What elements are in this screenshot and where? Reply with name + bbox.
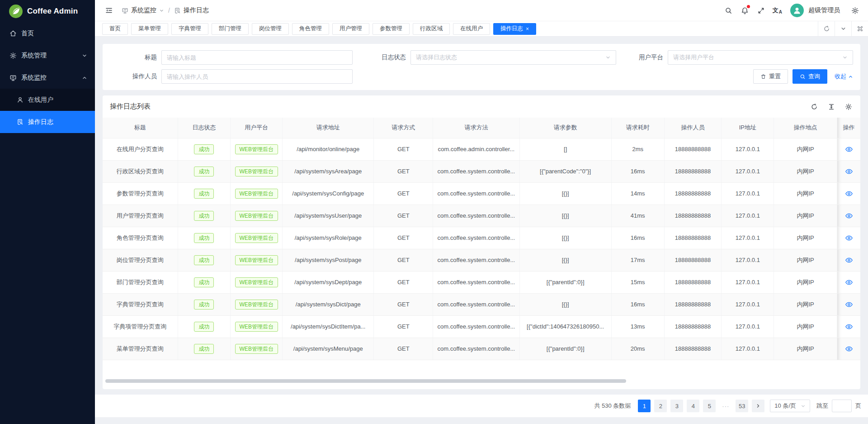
settings-gear-icon[interactable] [848, 4, 862, 17]
tab-在线用户[interactable]: 在线用户 [453, 23, 490, 35]
sidebar-collapse-button[interactable] [102, 4, 116, 17]
table-row: 字典管理分页查询成功WEB管理后台/api/system/sysDict/pag… [103, 293, 860, 315]
cell-ip: 127.0.0.1 [722, 249, 774, 271]
column-header: 请求参数 [519, 118, 611, 138]
tab-用户管理[interactable]: 用户管理 [332, 23, 369, 35]
gear-icon [9, 52, 17, 59]
refresh-icon[interactable] [810, 102, 819, 111]
sidebar-item-online-users[interactable]: 在线用户 [0, 89, 95, 111]
platform-select[interactable]: 请选择用户平台 [668, 50, 853, 65]
cell-status: 成功 [178, 338, 231, 360]
tab-岗位管理[interactable]: 岗位管理 [252, 23, 289, 35]
tab-角色管理[interactable]: 角色管理 [292, 23, 329, 35]
tab-操作日志[interactable]: 操作日志× [493, 23, 536, 35]
user-icon [16, 96, 24, 104]
view-detail-eye-icon[interactable] [845, 234, 853, 242]
jump-page-input[interactable] [832, 400, 852, 412]
view-detail-eye-icon[interactable] [845, 212, 853, 220]
page-button-1[interactable]: 1 [638, 400, 651, 412]
cell-duration: 13ms [611, 315, 664, 338]
view-detail-eye-icon[interactable] [845, 167, 853, 176]
notification-bell-icon[interactable] [738, 4, 752, 17]
monitor-icon [122, 7, 128, 14]
sidebar-item-system-monitor[interactable]: 系统监控 [0, 67, 95, 89]
view-detail-eye-icon[interactable] [845, 300, 853, 309]
search-button[interactable]: 查询 [793, 69, 827, 84]
cell-title: 角色管理分页查询 [103, 227, 178, 249]
cell-method: GET [374, 205, 433, 227]
sidebar-item-system-management[interactable]: 系统管理 [0, 44, 95, 67]
tab-菜单管理[interactable]: 菜单管理 [131, 23, 168, 35]
platform-tag: WEB管理后台 [235, 211, 278, 221]
row-density-icon[interactable] [827, 102, 836, 111]
reset-button-label: 重置 [769, 72, 781, 81]
column-header: 标题 [103, 118, 178, 138]
page-size-select[interactable]: 10 条/页 [770, 400, 810, 412]
view-detail-eye-icon[interactable] [845, 278, 853, 286]
view-detail-eye-icon[interactable] [845, 145, 853, 153]
cell-ip: 127.0.0.1 [722, 160, 774, 182]
log-status-select[interactable]: 请选择日志状态 [410, 50, 616, 65]
avatar[interactable] [790, 4, 804, 17]
cell-location: 内网IP [774, 293, 837, 315]
main-area: 系统监控 / 操作日志 [95, 0, 868, 424]
cell-title: 字典管理分页查询 [103, 293, 178, 315]
column-settings-gear-icon[interactable] [844, 102, 853, 111]
fullscreen-icon[interactable] [755, 4, 768, 17]
page-button-4[interactable]: 4 [687, 400, 699, 412]
refresh-icon[interactable] [818, 21, 835, 36]
collapse-filters-link[interactable]: 收起 [835, 72, 853, 81]
reset-button[interactable]: 重置 [753, 69, 788, 84]
trash-icon [760, 74, 766, 80]
close-icon[interactable]: × [526, 26, 529, 32]
cell-params: [{}] [519, 249, 611, 271]
operator-input[interactable] [161, 69, 353, 84]
page-button-2[interactable]: 2 [654, 400, 667, 412]
tab-行政区域[interactable]: 行政区域 [413, 23, 450, 35]
tab-首页[interactable]: 首页 [102, 23, 128, 35]
view-detail-eye-icon[interactable] [845, 190, 853, 198]
cell-ip: 127.0.0.1 [722, 315, 774, 338]
page-button-5[interactable]: 5 [703, 400, 716, 412]
horizontal-scrollbar[interactable] [105, 379, 626, 383]
app-root: Coffee Admin 首页 系统管理 [0, 0, 868, 424]
breadcrumb-item-monitor[interactable]: 系统监控 [131, 6, 156, 14]
title-input[interactable] [161, 50, 353, 65]
tab-参数管理[interactable]: 参数管理 [373, 23, 410, 35]
cell-title: 在线用户分页查询 [103, 138, 178, 160]
maximize-icon[interactable] [851, 21, 868, 36]
tab-label: 部门管理 [219, 25, 241, 33]
page-button-53[interactable]: 53 [736, 400, 748, 412]
table-title: 操作日志列表 [110, 102, 151, 111]
current-user-name[interactable]: 超级管理员 [808, 6, 840, 14]
view-detail-eye-icon[interactable] [845, 323, 853, 331]
chevron-down-icon[interactable] [159, 8, 164, 13]
logo[interactable]: Coffee Admin [0, 0, 95, 22]
tab-label: 操作日志 [500, 25, 523, 33]
tab-字典管理[interactable]: 字典管理 [171, 23, 208, 35]
page-button-3[interactable]: 3 [670, 400, 683, 412]
view-detail-eye-icon[interactable] [845, 256, 853, 264]
cell-title: 菜单管理分页查询 [103, 338, 178, 360]
chevron-down-icon [801, 404, 806, 409]
cell-operator: 18888888888 [664, 138, 722, 160]
chevron-down-icon[interactable] [835, 21, 851, 36]
cell-location: 内网IP [774, 182, 837, 205]
tab-部门管理[interactable]: 部门管理 [212, 23, 249, 35]
chevron-down-icon [842, 55, 848, 60]
sidebar-item-operation-log[interactable]: 操作日志 [0, 111, 95, 133]
column-header: 请求耗时 [611, 118, 664, 138]
cell-platform: WEB管理后台 [231, 138, 283, 160]
cell-platform: WEB管理后台 [231, 338, 283, 360]
view-detail-eye-icon[interactable] [845, 345, 853, 353]
platform-tag: WEB管理后台 [235, 322, 278, 332]
cell-operation [837, 315, 860, 338]
next-page-button[interactable] [752, 400, 764, 412]
language-icon[interactable]: 文A [771, 6, 784, 14]
cell-operation [837, 205, 860, 227]
sidebar-item-home[interactable]: 首页 [0, 22, 95, 44]
cell-operator: 18888888888 [664, 160, 722, 182]
log-table: 标题日志状态用户平台请求地址请求方式请求方法请求参数请求耗时操作人员IP地址操作… [103, 118, 860, 360]
search-icon[interactable] [722, 4, 736, 17]
cell-method: GET [374, 160, 433, 182]
